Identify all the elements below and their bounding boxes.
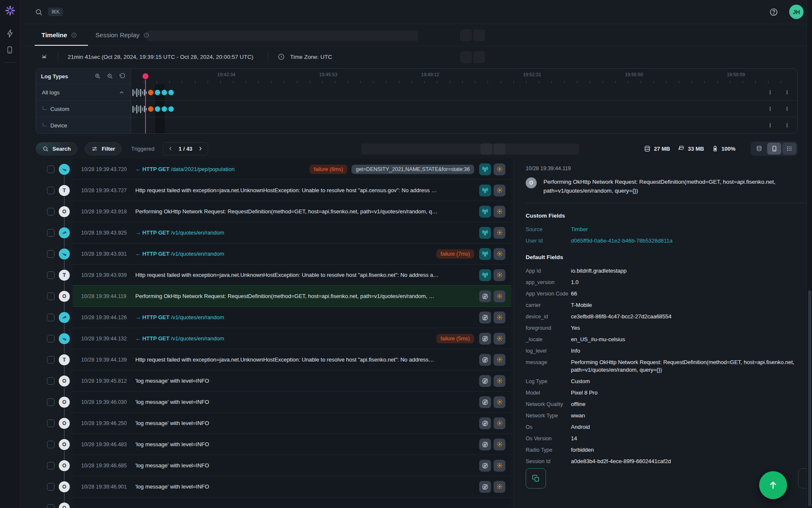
search-shortcut-kbd[interactable]: ⌘K (48, 8, 63, 16)
info-icon[interactable] (71, 32, 77, 38)
chevron-up-icon[interactable] (118, 89, 125, 96)
foreground-sun-button[interactable] (494, 163, 505, 175)
network-offline-button[interactable] (479, 333, 491, 345)
network-tower-button[interactable] (479, 248, 491, 260)
window-scrollbar[interactable] (807, 0, 812, 508)
row-checkbox[interactable] (47, 293, 55, 300)
network-offline-button[interactable] (479, 460, 491, 472)
device-phone-icon[interactable] (5, 46, 14, 54)
zoom-out-icon[interactable] (107, 73, 113, 80)
foreground-sun-button[interactable] (494, 439, 505, 450)
timeline-lane[interactable] (131, 117, 797, 134)
log-row[interactable]: O 10/28 19:39:46.901 'log message' with … (36, 476, 511, 497)
log-row[interactable]: O 10/28 19:39:45.812 'log message' with … (36, 370, 511, 392)
foreground-sun-button[interactable] (494, 396, 505, 408)
user-avatar[interactable]: JH (789, 5, 804, 19)
log-type-row-device[interactable]: Device (36, 117, 131, 134)
row-checkbox[interactable] (47, 441, 55, 448)
events-bolt-icon[interactable] (5, 29, 15, 38)
row-checkbox[interactable] (47, 356, 55, 364)
log-row[interactable]: 10/28 19:39:43.925 → HTTP GET /v1/quotes… (36, 222, 511, 243)
timeline-canvas[interactable]: 19:42:3419:45:5319:49:1219:52:3119:55:50… (131, 69, 797, 133)
reset-zoom-icon[interactable] (119, 73, 126, 80)
row-checkbox[interactable] (47, 208, 55, 215)
row-checkbox[interactable] (47, 377, 55, 385)
network-offline-button[interactable] (479, 481, 491, 493)
log-row[interactable]: O 10/28 19:39:46.483 'log message' with … (36, 434, 511, 455)
row-checkbox[interactable] (47, 166, 55, 173)
network-tower-button[interactable] (479, 185, 491, 196)
copy-fields-button[interactable] (526, 468, 546, 489)
foreground-sun-button[interactable] (494, 290, 505, 302)
row-checkbox[interactable] (47, 314, 55, 321)
log-row[interactable]: O 10/28 19:39:46.685 'log message' with … (36, 455, 511, 476)
row-checkbox[interactable] (47, 250, 55, 258)
foreground-sun-button[interactable] (494, 312, 505, 323)
foreground-sun-button[interactable] (494, 333, 505, 345)
view-toggle-device-icon[interactable] (767, 143, 781, 155)
log-row[interactable]: 10/28 19:39:43.720 ← HTTP GET /data/2021… (36, 159, 511, 180)
foreground-sun-button[interactable] (494, 460, 505, 472)
row-checkbox[interactable] (47, 483, 55, 491)
help-icon[interactable] (769, 8, 778, 17)
network-tower-button[interactable] (479, 227, 491, 239)
log-row[interactable]: 10/28 19:39:43.931 ← HTTP GET /v1/quotes… (36, 243, 511, 265)
log-row[interactable]: T 10/28 19:39:43.727 Http request failed… (36, 180, 511, 201)
network-offline-button[interactable] (479, 290, 491, 302)
page-prev-icon[interactable] (167, 146, 173, 152)
tab-session-replay[interactable]: Session Replay (96, 24, 149, 46)
field-value[interactable]: Timber (571, 226, 588, 233)
row-checkbox[interactable] (47, 462, 55, 469)
log-row[interactable]: O 10/28 19:39:44.119 Performing OkHttp N… (36, 286, 511, 307)
log-row[interactable]: O 10/28 19:39:43.918 Performing OkHttp N… (36, 201, 511, 222)
scroll-to-top-fab[interactable] (759, 471, 787, 499)
row-checkbox[interactable] (47, 335, 55, 342)
row-checkbox[interactable] (47, 187, 55, 194)
network-tower-button[interactable] (479, 206, 491, 218)
log-row[interactable]: O (36, 497, 511, 508)
foreground-sun-button[interactable] (494, 227, 505, 239)
network-offline-button[interactable] (479, 354, 491, 366)
network-tower-button[interactable] (479, 163, 491, 175)
timeline-lane[interactable] (131, 101, 797, 117)
foreground-sun-button[interactable] (494, 269, 505, 281)
foreground-sun-button[interactable] (494, 248, 505, 260)
search-logs-button[interactable]: Search (36, 142, 77, 155)
timeline-lane[interactable] (131, 84, 797, 101)
row-checkbox[interactable] (47, 398, 55, 406)
filter-button[interactable]: Filter (85, 142, 122, 155)
foreground-sun-button[interactable] (494, 185, 505, 196)
zoom-in-icon[interactable] (94, 73, 101, 80)
network-offline-button[interactable] (479, 417, 491, 429)
foreground-sun-button[interactable] (494, 481, 505, 493)
page-next-icon[interactable] (198, 146, 203, 152)
network-offline-button[interactable] (479, 375, 491, 387)
bitdrift-logo-icon[interactable] (5, 5, 16, 16)
row-checkbox[interactable] (47, 420, 55, 427)
log-row[interactable]: O 10/28 19:39:46.250 'log message' with … (36, 413, 511, 434)
search-icon[interactable] (35, 8, 43, 16)
field-value[interactable]: d065ff9d-0a6e-41e2-b46b-78b5328d811a (571, 237, 672, 245)
log-row[interactable]: 10/28 19:39:44.132 ← HTTP GET /v1/quotes… (36, 328, 511, 349)
window-scrollbar-thumb[interactable] (808, 290, 811, 506)
playhead-dot[interactable] (143, 73, 148, 79)
log-row[interactable]: 10/28 19:39:44.126 → HTTP GET /v1/quotes… (36, 307, 511, 328)
foreground-sun-button[interactable] (494, 354, 505, 366)
network-offline-button[interactable] (479, 439, 491, 450)
log-type-row-custom[interactable]: Custom (36, 101, 131, 117)
row-checkbox[interactable] (47, 229, 55, 237)
row-checkbox[interactable] (47, 271, 55, 279)
view-toggle-list-icon[interactable] (782, 143, 796, 155)
log-type-row-all-logs[interactable]: All logs (36, 84, 131, 101)
network-tower-button[interactable] (479, 269, 491, 281)
network-offline-button[interactable] (479, 312, 491, 323)
playhead-line[interactable] (145, 80, 146, 133)
log-row[interactable]: T 10/28 19:39:43.939 Http request failed… (36, 265, 511, 286)
foreground-sun-button[interactable] (494, 206, 505, 218)
tab-timeline[interactable]: Timeline (41, 24, 77, 46)
log-row[interactable]: O 10/28 19:39:46.030 'log message' with … (36, 392, 511, 413)
foreground-sun-button[interactable] (494, 417, 505, 429)
list-scroll-track[interactable] (514, 159, 514, 508)
foreground-sun-button[interactable] (494, 375, 505, 387)
view-toggle-data-icon[interactable] (752, 143, 766, 155)
